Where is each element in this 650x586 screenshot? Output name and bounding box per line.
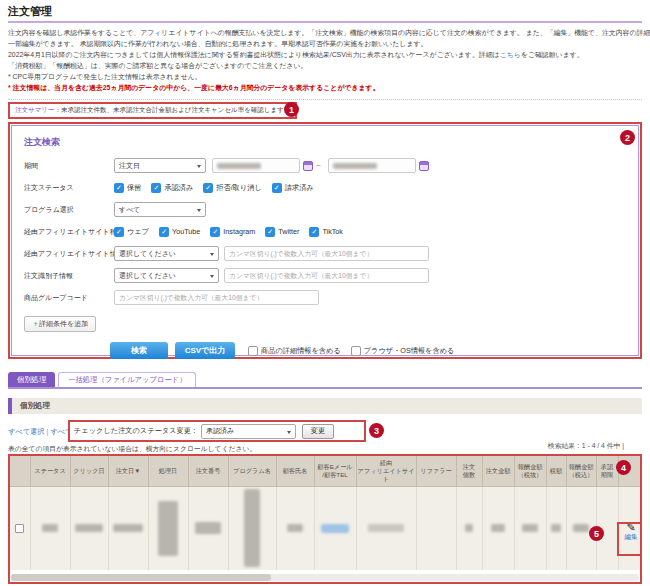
scroll-note: 表の全ての項目が表示されていない場合は、横方向にスクロールしてください。 (8, 444, 256, 454)
check-icon: ✓ (312, 228, 318, 236)
horizontal-scrollbar[interactable] (11, 574, 639, 581)
redacted-date-from (217, 163, 261, 169)
order-search-panel: 注文検索 期間 注文日 ~ 注文ステータス ✓保留 ✓承認済み ✓拒否/取り消し… (11, 125, 639, 356)
row-checkbox[interactable] (15, 524, 24, 533)
program-row: プログラム選択 すべて (24, 202, 638, 217)
col-order-amount: 注文金額 (482, 456, 514, 486)
checkbox-site-youtube[interactable]: ✓ (159, 227, 169, 237)
check-icon: ✓ (212, 228, 218, 236)
checkbox-include-browser-os[interactable] (351, 346, 361, 356)
table-header-row: ステータス クリック日 注文日▼ 処理日 注文番号 プログラム名 顧客氏名 顧客… (10, 456, 642, 486)
checkbox-label: 保留 (127, 183, 141, 193)
date-to-input[interactable] (328, 158, 416, 173)
col-status: ステータス (30, 456, 70, 486)
site-info-row: 経由アフィリエイトサイト情報 選択してください (24, 246, 638, 261)
checkbox-site-twitter[interactable]: ✓ (265, 227, 275, 237)
redacted-date-to (333, 163, 377, 169)
redacted-order-amount (491, 524, 505, 532)
checkbox-label: ウェブ (127, 227, 149, 237)
section-header-individual: 個別処理 (8, 398, 642, 414)
checkbox-site-web[interactable]: ✓ (114, 227, 124, 237)
order-identifier-input[interactable] (224, 268, 429, 283)
col-order-date-sort[interactable]: 注文日▼ (108, 456, 148, 486)
checkbox-include-product-detail[interactable] (248, 346, 258, 356)
col-checkbox (10, 456, 30, 486)
checkbox-label: YouTube (172, 227, 200, 236)
edit-annotation-box (617, 522, 642, 556)
intro-line: 「消費税額」「報酬税込」は、実際のご請求額と異なる場合がございますのでご注意くだ… (8, 60, 650, 71)
col-order-quantity: 注文 個数 (456, 456, 482, 486)
col-order-number: 注文番号 (188, 456, 228, 486)
col-tax: 税額 (546, 456, 566, 486)
col-referrer: リファラー (416, 456, 456, 486)
order-identifier-select[interactable]: 選択してください (114, 268, 219, 283)
col-reward-excl-tax: 報酬金額 （税抜） (514, 456, 546, 486)
period-type-select[interactable]: 注文日 (114, 158, 206, 173)
orders-table: ステータス クリック日 注文日▼ 処理日 注文番号 プログラム名 顧客氏名 顧客… (10, 456, 642, 570)
checkbox-status-rejected[interactable]: ✓ (203, 183, 213, 193)
check-icon: ✓ (267, 228, 273, 236)
tab-bulk-processing[interactable]: 一括処理（ファイルアップロード） (58, 372, 196, 387)
redacted-status (42, 524, 58, 532)
redacted-customer-email-link[interactable] (321, 524, 349, 533)
status-change-label: チェックした注文のステータス変更： (74, 426, 198, 436)
csv-export-button[interactable]: CSVで出力 (175, 342, 235, 359)
page-title: 注文管理 (8, 4, 52, 19)
col-process-date: 処理日 (148, 456, 188, 486)
table-row: ✎ 編集 (10, 486, 642, 570)
site-info-select-value: 選択してください (119, 249, 176, 259)
tab-individual-processing[interactable]: 個別処理 (8, 372, 55, 387)
check-icon: ✓ (116, 228, 122, 236)
checkbox-status-hold[interactable]: ✓ (114, 183, 124, 193)
period-label: 期間 (24, 161, 114, 171)
checkbox-status-approved[interactable]: ✓ (151, 183, 161, 193)
redacted-tax (551, 524, 561, 532)
search-button[interactable]: 検索 (110, 342, 168, 359)
col-program-name: プログラム名 (228, 456, 276, 486)
calendar-icon[interactable] (419, 161, 429, 171)
redacted-affiliate-site (368, 524, 404, 532)
order-identifier-select-value: 選択してください (119, 271, 176, 281)
apply-change-button[interactable]: 変更 (302, 424, 334, 439)
result-count: 検索結果：1 - 4 / 4 件中 | (548, 441, 624, 451)
redacted-customer-name (287, 524, 303, 532)
intro-line: 2022年4月1日以降のご注文内容につきましては個人情報保護法に関する誓約書提出… (8, 49, 650, 60)
checkbox-site-instagram[interactable]: ✓ (210, 227, 220, 237)
program-select[interactable]: すべて (114, 202, 206, 217)
search-panel-title: 注文検索 (24, 136, 638, 149)
calendar-icon[interactable] (303, 161, 313, 171)
section-title: 個別処理 (20, 401, 50, 411)
col-via-affiliate-site: 経由 アフィリエイトサイト (356, 456, 416, 486)
group-code-input[interactable] (114, 290, 319, 305)
title-rule (8, 21, 642, 23)
checkbox-label: 承認済み (164, 183, 193, 193)
order-management-screen: 注文管理 注文内容を確認し承認作業をすることで、アフィリエイトサイトへの報酬支払… (0, 0, 650, 586)
redacted-click-date (75, 524, 103, 532)
site-type-row: 経由アフィリエイトサイト種類 ✓ウェブ ✓YouTube ✓Instagram … (24, 224, 638, 239)
add-condition-button[interactable]: ＋詳細条件を追加 (24, 316, 96, 332)
redacted-quantity (465, 524, 473, 532)
redacted-reward-excl-tax (522, 524, 538, 532)
col-customer-email-tel: 顧客Eメール /顧客TEL (314, 456, 356, 486)
check-icon: ✓ (153, 184, 159, 192)
date-from-input[interactable] (212, 158, 300, 173)
details-link[interactable]: こちら (500, 51, 521, 58)
select-all-link[interactable]: すべて選択 (8, 427, 44, 436)
checkbox-label: 請求済み (285, 183, 314, 193)
processing-tabs: 個別処理 一括処理（ファイルアップロード） (8, 372, 199, 387)
site-info-input[interactable] (224, 246, 429, 261)
status-change-select[interactable]: 承認済み (201, 424, 296, 439)
intro-line: 注文内容を確認し承認作業をすることで、アフィリエイトサイトへの報酬支払いを決定し… (8, 27, 650, 38)
program-select-value: すべて (119, 205, 141, 215)
callout-badge-2: 2 (620, 130, 635, 145)
program-select-label: プログラム選択 (24, 205, 114, 215)
checkbox-status-billed[interactable]: ✓ (272, 183, 282, 193)
period-row: 期間 注文日 ~ (24, 158, 638, 173)
col-reward-incl-tax: 報酬金額 （税込） (566, 456, 596, 486)
checkbox-site-tiktok[interactable]: ✓ (309, 227, 319, 237)
scrollbar-thumb[interactable] (11, 574, 271, 581)
group-code-label: 商品グループコード (24, 293, 114, 303)
redacted-order-date (113, 524, 143, 532)
order-summary-link[interactable]: 注文サマリー (15, 106, 54, 115)
site-info-select[interactable]: 選択してください (114, 246, 219, 261)
